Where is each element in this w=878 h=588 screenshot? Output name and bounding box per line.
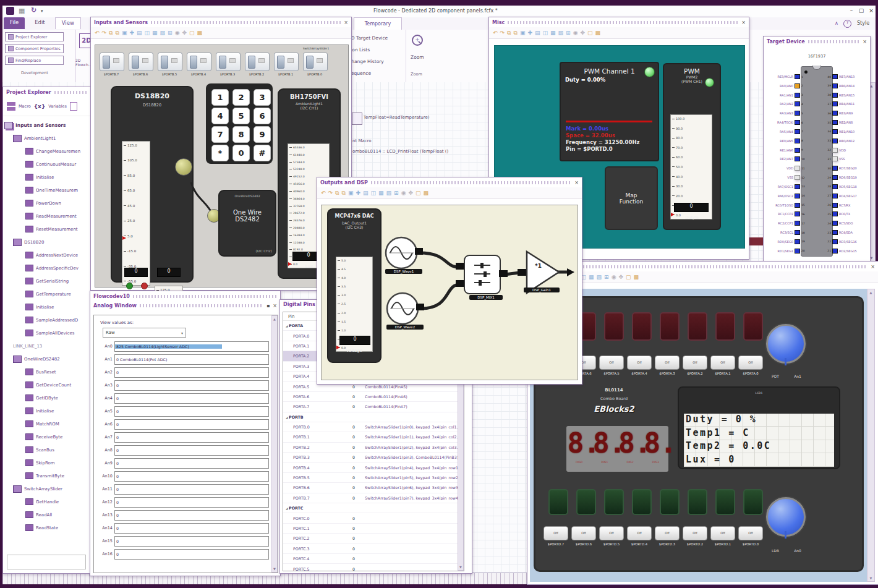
keypad-key[interactable]: 8 [232,126,250,143]
wave2-label[interactable]: DSP_Wave2 [386,325,424,330]
chip-pin[interactable]: RE2/AN710 [765,156,808,162]
variables-button[interactable]: Variables [48,104,67,109]
portd-button[interactable]: Off [655,526,680,540]
digital-row[interactable]: PORTC.30 [283,544,464,554]
document-tab-temporary[interactable]: Temporary [354,17,402,30]
flowcodev10-titlebar[interactable]: Flowcodev10 [90,291,280,301]
toolbar-icon[interactable]: ▩ [634,275,639,280]
toolbar-icon[interactable]: ✥ [409,190,414,196]
porta-button[interactable]: Off [627,356,652,370]
tree-item[interactable]: Initialise [4,171,90,184]
tree-item[interactable]: ReceiveByte [4,430,90,443]
toolbar-icon[interactable]: ▦ [550,30,556,36]
keypad-key[interactable]: 7 [211,126,229,143]
close-icon[interactable]: × [273,303,277,309]
scroll-down-icon[interactable]: ▼ [459,565,462,569]
chip-pin[interactable]: RE1/AN69 [765,147,808,153]
chip-pin[interactable]: RC1/CCP216 [765,211,808,217]
porta-button[interactable]: Off [710,356,735,370]
analog-value-field[interactable]: 0 [114,380,269,391]
toolbar-icon[interactable]: ▤ [535,30,540,36]
toolbar-icon[interactable]: ✚ [129,30,134,36]
onewire-ds2482-component[interactable]: OneWireDS2482 One Wire DS2482 (I2C CH2) [218,190,276,257]
analog-value-field[interactable]: 0 [114,523,269,534]
analog-value-field[interactable]: 0 [114,419,269,430]
keypad-key[interactable]: 9 [254,126,271,143]
scroll-up-icon[interactable]: ▲ [870,291,872,294]
chip-pin[interactable]: RD1/SEG120 [765,248,808,254]
toggle-switch[interactable] [187,53,211,71]
pot-knob[interactable] [766,324,806,364]
analog-window-titlebar[interactable]: Analog Window ▪ × [90,301,280,310]
digital-row[interactable]: PORTC [283,503,464,513]
keypad-key[interactable]: 3 [254,89,271,106]
toggle-switch[interactable] [274,53,299,71]
keypad-key[interactable]: * [211,145,229,161]
toolbar-icon[interactable]: ▢ [189,30,195,36]
toolbar-icon[interactable]: ⧉ [507,30,511,36]
tree-item[interactable]: SwitchArraySlider [4,482,90,495]
toolbar-icon[interactable]: ↷ [500,30,505,36]
ribbon-button[interactable]: Component Properties [5,44,64,53]
close-icon[interactable]: × [863,39,867,45]
chip-pin[interactable]: 34RB1/AN10 [824,129,869,135]
analog-value-field[interactable]: 0 [114,367,269,378]
digital-row[interactable]: PORTB.10SwitchArraySlider1(pin1), keypad… [283,432,464,442]
toolbar-icon[interactable]: ↷ [102,30,107,36]
toolbar-icon[interactable]: ✥ [182,30,187,36]
chip-pin[interactable]: 40RB7/AN13 [824,74,869,80]
digital-row[interactable]: PORTB.70SwitchArraySlider1(pin7), keypad… [283,493,464,503]
toolbar-icon[interactable]: ✥ [619,275,624,280]
toolbar-icon[interactable]: ✥ [581,30,586,36]
close-icon[interactable]: × [344,20,348,25]
tree-item[interactable]: AddressSpecificDev [4,262,90,275]
outputs-titlebar[interactable]: Outputs and DSP × [317,177,582,187]
tree-item[interactable]: GetDeviceCount [4,378,90,391]
portd-button[interactable]: Off [683,526,707,540]
macro-button[interactable]: Macro [19,104,31,109]
chip-pin[interactable]: RA6/OSC214 [765,193,808,199]
chip-pin[interactable]: 28RD5/SEG18 [824,184,869,190]
tree-item[interactable]: TransmitByte [4,469,90,482]
analog-value-field[interactable]: 0 [114,549,269,560]
keypad-key[interactable]: 2 [232,89,250,106]
tree-item[interactable]: SampleAllDevices [4,326,90,339]
tree-item[interactable]: ReadState [4,521,90,534]
tree-item[interactable]: DS18B20 [4,236,90,249]
analog-value-field[interactable]: 825 ComboBL0114(LightSensor ADC) [114,341,269,352]
toolbar-icon[interactable]: ◫ [145,30,150,36]
analog-value-field[interactable]: 0 [114,484,269,495]
toolbar-icon[interactable]: ▩ [595,30,601,36]
project-explorer-titlebar[interactable]: Project Explorer [3,87,91,97]
toolbar-icon[interactable]: ▣ [122,30,127,36]
toolbar-icon[interactable]: ▩ [424,190,429,196]
chip-pin[interactable]: 32VDD [824,147,869,153]
toggle-switch[interactable] [303,53,328,71]
digital-row[interactable]: PORTB.50SwitchArraySlider1(pin5), keypad… [283,473,464,483]
tree-item[interactable]: ChangeMeasuremen [4,145,90,158]
tree-item[interactable]: BusReset [4,365,90,378]
ldr-knob[interactable] [766,497,806,537]
toolbar-icon[interactable]: ▢ [626,275,631,280]
chip-pin[interactable]: 29RD6/SEG19 [824,174,869,181]
digital-row[interactable]: PORTB.20SwitchArraySlider1(pin2), keypad… [283,443,464,453]
toolbar-icon[interactable]: ↷ [328,190,333,196]
digital-row[interactable]: PORTC.40 [283,554,464,564]
chip-pin[interactable]: RC3/SCL18 [765,229,808,236]
tree-item[interactable]: GetTemperature [4,288,90,300]
toolbar-icon[interactable]: ◫ [371,190,377,196]
analog-value-field[interactable]: 0 [114,445,269,456]
tree-item[interactable]: GetSerialString [4,275,90,288]
tree-item[interactable]: OneWireDS2482 [4,352,90,365]
chip-pin[interactable]: RA4/T0CKI6 [765,119,808,126]
chip-pin[interactable]: RA0/AN02 [765,83,808,89]
toolbar-icon[interactable]: ◉ [175,30,180,36]
digital-row[interactable]: PORTB.30SwitchArraySlider1(pin3), ComboB… [283,453,464,462]
toolbar-icon[interactable]: ▩ [197,30,203,36]
flowchart-icon-fragment[interactable] [352,113,362,125]
chip-pin[interactable]: 27RD4/SEG17 [824,193,869,199]
porta-button[interactable]: Off [655,356,680,370]
toolbar-icon[interactable]: ⧉ [514,30,518,36]
chip-pin[interactable]: RA3/AN35 [765,110,808,116]
toolbar-icon[interactable]: ⧉ [109,30,113,36]
